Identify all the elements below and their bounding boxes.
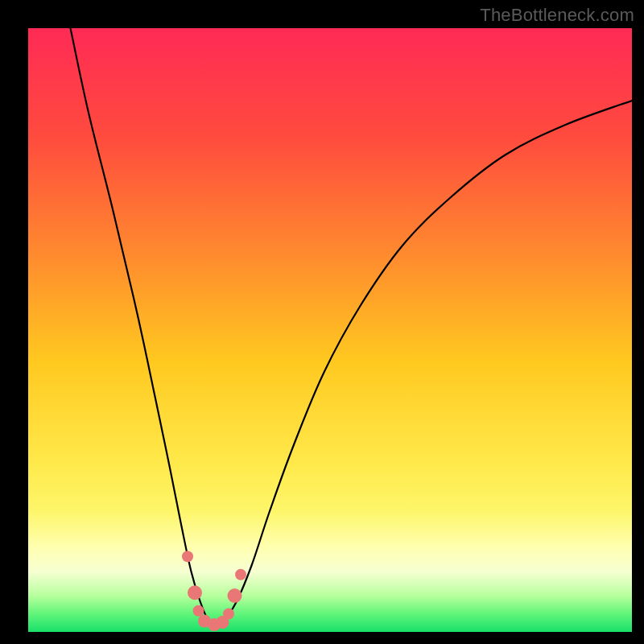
chart-frame: TheBottleneck.com	[0, 0, 644, 644]
curve-marker	[235, 569, 246, 580]
watermark-text: TheBottleneck.com	[480, 5, 634, 26]
bottleneck-chart	[28, 28, 632, 632]
curve-marker	[223, 609, 234, 620]
curve-marker	[188, 585, 202, 600]
curve-marker	[228, 588, 242, 603]
curve-marker	[182, 551, 193, 562]
gradient-background	[28, 28, 632, 632]
chart-plot-area	[28, 28, 632, 632]
curve-marker	[193, 605, 204, 617]
